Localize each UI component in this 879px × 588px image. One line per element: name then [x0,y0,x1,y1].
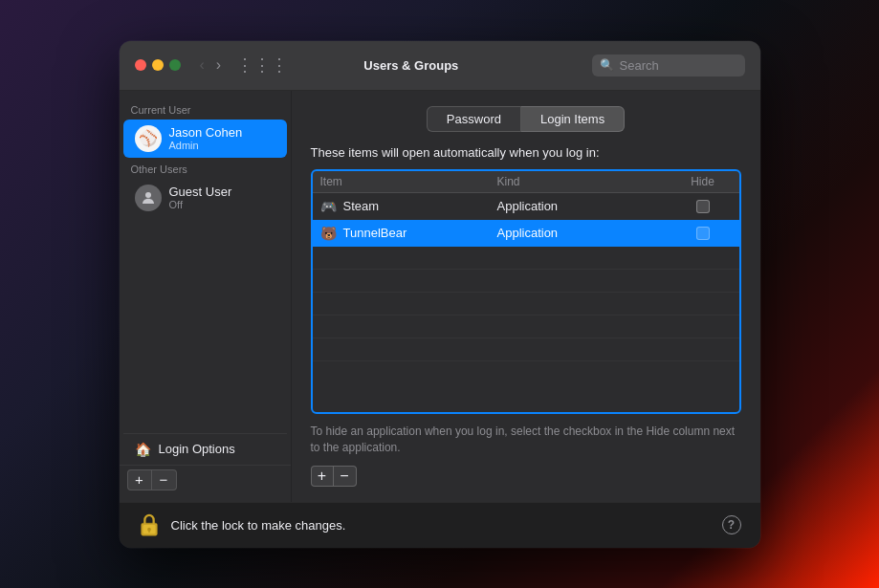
remove-item-button[interactable]: − [334,466,357,487]
lock-icon-container[interactable] [139,512,160,537]
tab-login-items[interactable]: Login Items [521,106,625,132]
empty-row [313,247,739,270]
help-button[interactable]: ? [722,515,741,534]
tunnelbear-icon: 🐻 [320,225,338,242]
login-items-table: Item Kind Hide 🎮 Steam Application [311,169,741,414]
sidebar-item-role-guest: Off [169,199,232,210]
home-icon: 🏠 [135,442,151,457]
empty-row [313,293,739,316]
main-content: Current User ⚾ Jason Cohen Admin Other U… [120,91,760,502]
empty-row [313,338,739,361]
tunnelbear-name: TunnelBear [343,226,407,240]
svg-point-0 [145,192,151,198]
avatar-guest [135,185,162,211]
sidebar-item-name-guest: Guest User [169,185,232,199]
login-options-label: Login Options [159,442,235,456]
titlebar: ‹ › ⋮⋮⋮ Users & Groups 🔍 [120,41,760,91]
right-panel: Password Login Items These items will op… [292,91,760,502]
back-button[interactable]: ‹ [196,55,209,75]
remove-user-button[interactable]: − [152,469,177,490]
add-item-button[interactable]: + [311,466,334,487]
hide-checkbox-tunnelbear[interactable] [696,227,710,240]
steam-name: Steam [343,199,380,213]
search-icon: 🔍 [600,58,614,72]
sidebar: Current User ⚾ Jason Cohen Admin Other U… [120,91,292,502]
traffic-lights [135,59,181,71]
table-row[interactable]: 🐻 TunnelBear Application [313,220,739,247]
window-title: Users & Groups [238,58,583,73]
sidebar-item-jason-cohen[interactable]: ⚾ Jason Cohen Admin [123,120,287,158]
column-hide: Hide [674,175,732,188]
sidebar-bottom-controls: + − [120,465,291,494]
steam-icon: 🎮 [320,198,338,215]
lock-text: Click the lock to make changes. [171,518,711,533]
sidebar-item-text-jason: Jason Cohen Admin [169,125,243,151]
empty-row [313,270,739,293]
table-actions: + − [311,466,741,487]
nav-buttons: ‹ › [196,55,226,75]
table-body: 🎮 Steam Application 🐻 TunnelBear [313,193,739,412]
current-user-label: Current User [120,98,291,120]
table-row[interactable]: 🎮 Steam Application [313,193,739,220]
close-button[interactable] [135,59,146,71]
main-window: ‹ › ⋮⋮⋮ Users & Groups 🔍 Current User ⚾ … [120,41,760,548]
table-cell-kind-tunnelbear: Application [497,226,674,240]
search-input[interactable] [620,58,735,73]
tab-password[interactable]: Password [427,106,521,132]
forward-button[interactable]: › [212,55,225,75]
search-box: 🔍 [592,54,745,76]
add-user-button[interactable]: + [127,469,152,490]
table-cell-kind-steam: Application [497,199,674,213]
sidebar-item-name-jason: Jason Cohen [169,125,243,140]
table-cell-hide-tunnelbear [674,227,732,240]
bottom-bar: Click the lock to make changes. ? [120,502,760,548]
lock-icon [139,512,160,537]
column-item: Item [320,175,497,188]
sidebar-item-role-jason: Admin [169,140,243,151]
minimize-button[interactable] [152,59,164,71]
maximize-button[interactable] [169,59,181,71]
login-options-item[interactable]: 🏠 Login Options [123,433,287,465]
avatar-jason: ⚾ [135,125,162,152]
sidebar-item-guest-user[interactable]: Guest User Off [123,179,287,217]
empty-row [313,316,739,338]
other-users-label: Other Users [120,158,291,179]
table-cell-item-tunnelbear: 🐻 TunnelBear [320,225,497,242]
table-header: Item Kind Hide [313,171,739,193]
table-cell-item-steam: 🎮 Steam [320,198,497,215]
sidebar-item-text-guest: Guest User Off [169,185,232,210]
table-empty-rows [313,247,739,361]
panel-description: These items will open automatically when… [311,145,741,160]
tabs: Password Login Items [311,106,741,132]
hint-text: To hide an application when you log in, … [311,424,741,456]
hide-checkbox-steam[interactable] [696,200,710,213]
column-kind: Kind [497,175,674,188]
table-cell-hide-steam [674,200,732,213]
